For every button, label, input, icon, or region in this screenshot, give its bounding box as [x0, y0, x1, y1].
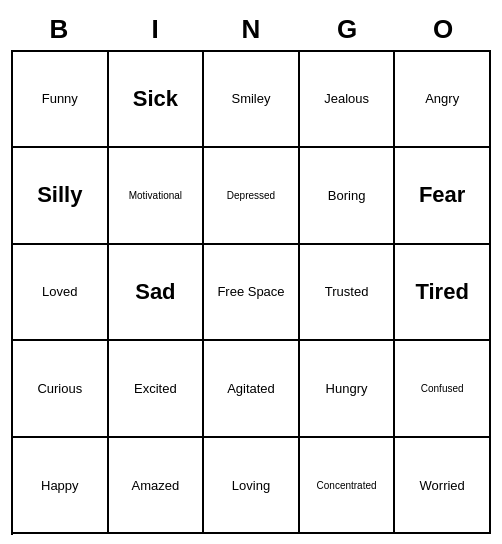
bingo-cell: Motivational [109, 148, 205, 245]
bingo-row: CuriousExcitedAgitatedHungryConfused [13, 341, 491, 438]
cell-label: Sad [135, 279, 175, 305]
bingo-cell: Smiley [204, 52, 300, 149]
bingo-cell: Curious [13, 341, 109, 438]
bingo-cell: Jealous [300, 52, 396, 149]
bingo-row: FunnySickSmileyJealousAngry [13, 52, 491, 149]
cell-label: Loving [232, 478, 270, 493]
cell-label: Funny [42, 91, 78, 106]
cell-label: Trusted [325, 284, 369, 299]
bingo-cell: Hungry [300, 341, 396, 438]
cell-label: Jealous [324, 91, 369, 106]
bingo-cell: Silly [13, 148, 109, 245]
bingo-row: HappyAmazedLovingConcentratedWorried [13, 438, 491, 535]
cell-label: Amazed [132, 478, 180, 493]
cell-label: Smiley [231, 91, 270, 106]
cell-label: Depressed [227, 190, 275, 201]
cell-label: Curious [37, 381, 82, 396]
cell-label: Boring [328, 188, 366, 203]
bingo-cell: Funny [13, 52, 109, 149]
cell-label: Excited [134, 381, 177, 396]
header-letter: I [107, 10, 203, 50]
cell-label: Angry [425, 91, 459, 106]
header-letter: N [203, 10, 299, 50]
bingo-cell: Amazed [109, 438, 205, 535]
bingo-grid: FunnySickSmileyJealousAngrySillyMotivati… [11, 50, 491, 535]
bingo-row: LovedSadFree SpaceTrustedTired [13, 245, 491, 342]
cell-label: Worried [420, 478, 465, 493]
bingo-cell: Confused [395, 341, 491, 438]
bingo-header: BINGO [11, 10, 491, 50]
bingo-cell: Angry [395, 52, 491, 149]
bingo-cell: Depressed [204, 148, 300, 245]
bingo-cell: Sick [109, 52, 205, 149]
bingo-cell: Fear [395, 148, 491, 245]
cell-label: Free Space [217, 284, 284, 299]
cell-label: Tired [415, 279, 468, 305]
bingo-cell: Sad [109, 245, 205, 342]
bingo-cell: Free Space [204, 245, 300, 342]
header-letter: B [11, 10, 107, 50]
cell-label: Happy [41, 478, 79, 493]
bingo-cell: Tired [395, 245, 491, 342]
cell-label: Loved [42, 284, 77, 299]
cell-label: Agitated [227, 381, 275, 396]
bingo-cell: Loved [13, 245, 109, 342]
bingo-cell: Agitated [204, 341, 300, 438]
bingo-cell: Trusted [300, 245, 396, 342]
bingo-cell: Boring [300, 148, 396, 245]
bingo-cell: Worried [395, 438, 491, 535]
bingo-row: SillyMotivationalDepressedBoringFear [13, 148, 491, 245]
cell-label: Hungry [326, 381, 368, 396]
bingo-cell: Excited [109, 341, 205, 438]
cell-label: Confused [421, 383, 464, 394]
cell-label: Silly [37, 182, 82, 208]
bingo-cell: Loving [204, 438, 300, 535]
cell-label: Fear [419, 182, 465, 208]
cell-label: Concentrated [317, 480, 377, 491]
header-letter: O [395, 10, 491, 50]
bingo-card: BINGO FunnySickSmileyJealousAngrySillyMo… [11, 10, 491, 535]
cell-label: Sick [133, 86, 178, 112]
bingo-cell: Concentrated [300, 438, 396, 535]
header-letter: G [299, 10, 395, 50]
bingo-cell: Happy [13, 438, 109, 535]
cell-label: Motivational [129, 190, 182, 201]
